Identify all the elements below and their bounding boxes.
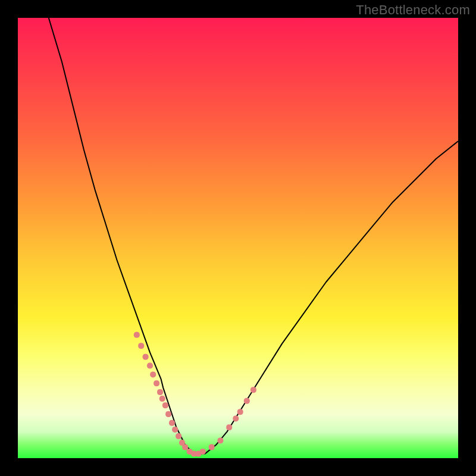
marker-point bbox=[138, 343, 144, 349]
marker-point bbox=[147, 363, 153, 369]
marker-point bbox=[176, 433, 181, 439]
marker-point bbox=[182, 444, 188, 450]
marker-point bbox=[159, 396, 165, 402]
marker-point bbox=[200, 449, 206, 455]
marker-point bbox=[165, 411, 171, 417]
watermark-text: TheBottleneck.com bbox=[356, 2, 470, 18]
marker-point bbox=[150, 371, 156, 377]
marker-point bbox=[143, 354, 149, 360]
marker-point bbox=[217, 437, 223, 443]
chart-svg bbox=[18, 18, 458, 458]
marker-point bbox=[169, 420, 175, 426]
marker-point bbox=[162, 402, 168, 408]
marker-point bbox=[226, 424, 232, 430]
marker-point bbox=[172, 427, 178, 433]
marker-point bbox=[157, 389, 163, 395]
chart-frame: TheBottleneck.com bbox=[0, 0, 476, 476]
marker-point bbox=[154, 380, 159, 386]
marker-point bbox=[250, 387, 256, 393]
plot-area bbox=[18, 18, 458, 458]
marker-point bbox=[233, 415, 239, 421]
marker-point bbox=[237, 409, 243, 415]
marker-group bbox=[134, 332, 256, 457]
marker-point bbox=[209, 444, 215, 450]
marker-point bbox=[134, 332, 140, 338]
marker-point bbox=[244, 398, 250, 404]
